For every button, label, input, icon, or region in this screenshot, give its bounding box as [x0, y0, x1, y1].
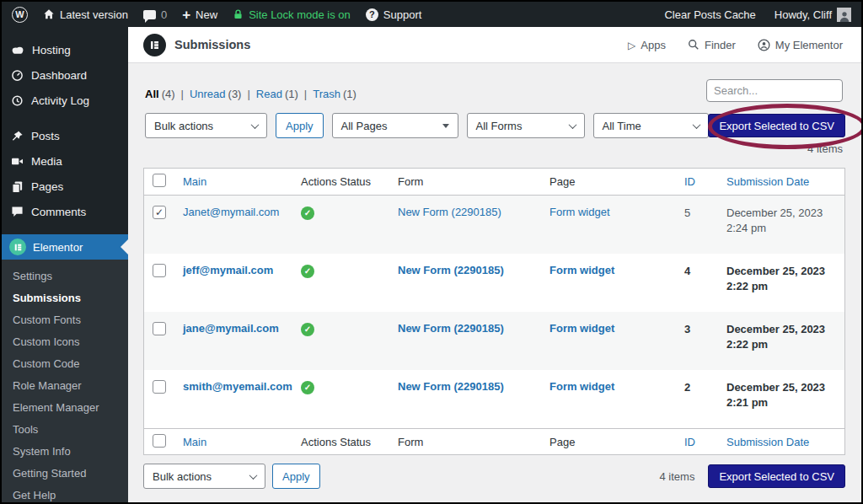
apps-link[interactable]: Apps [628, 39, 666, 51]
cloud-icon [11, 45, 24, 55]
submenu-item-role-manager[interactable]: Role Manager [2, 375, 128, 397]
forms-filter-select[interactable]: All Forms [467, 113, 585, 138]
page-link[interactable]: Form widget [549, 380, 614, 393]
search-input[interactable] [706, 79, 843, 102]
form-link[interactable]: New Form (2290185) [398, 380, 504, 393]
submission-email-link[interactable]: Janet@mymail.com [183, 206, 279, 218]
support-link[interactable]: Support [366, 8, 422, 21]
comments-shortcut[interactable]: 0 [143, 8, 167, 21]
submenu-item-system-info[interactable]: System Info [2, 441, 128, 463]
wordpress-logo-icon [12, 7, 28, 23]
column-footer-date[interactable]: Submission Date [718, 436, 844, 448]
table-header-row: Main Actions Status Form Page ID Submiss… [144, 169, 844, 196]
my-elementor-link[interactable]: My Elementor [758, 39, 843, 51]
column-header-date[interactable]: Submission Date [718, 175, 844, 188]
triangle-down-icon [442, 124, 449, 128]
bottom-toolbar: Bulk actions Apply 4 items Export Select… [143, 464, 845, 489]
pages-filter-select[interactable]: All Pages [332, 113, 458, 138]
view-unread[interactable]: Unread(3) [190, 88, 242, 100]
submenu-item-custom-icons[interactable]: Custom Icons [2, 331, 128, 353]
submenu-item-custom-fonts[interactable]: Custom Fonts [2, 309, 128, 331]
select-all-checkbox[interactable] [153, 434, 166, 448]
submenu-item-tools[interactable]: Tools [2, 419, 128, 441]
page-link[interactable]: Form widget [549, 264, 614, 276]
export-csv-button[interactable]: Export Selected to CSV [708, 114, 845, 137]
sidebar-item-media[interactable]: Media [2, 148, 128, 174]
clear-posts-cache-button[interactable]: Clear Posts Cache [664, 8, 755, 21]
page-link[interactable]: Form widget [549, 206, 610, 218]
view-read[interactable]: Read(1) [256, 88, 298, 100]
sidebar-item-hosting[interactable]: Hosting [2, 37, 128, 62]
status-success-icon [301, 381, 314, 394]
my-elementor-label: My Elementor [775, 39, 843, 51]
column-header-page: Page [541, 175, 676, 188]
sidebar-item-comments[interactable]: Comments [2, 199, 128, 224]
bulk-actions-select[interactable]: Bulk actions [145, 113, 267, 138]
submenu-item-submissions[interactable]: Submissions [2, 287, 128, 309]
form-link[interactable]: New Form (2290185) [398, 264, 504, 276]
export-csv-button-bottom[interactable]: Export Selected to CSV [708, 464, 845, 488]
submission-email-link[interactable]: smith@myemail.com [183, 380, 292, 393]
sidebar-item-dashboard[interactable]: Dashboard [2, 62, 128, 88]
comments-count: 0 [161, 8, 167, 21]
column-header-actions-status: Actions Status [292, 175, 389, 188]
finder-link[interactable]: Finder [688, 39, 736, 51]
admin-bar-left: Latest version 0 New Site Lock mode is o… [12, 7, 421, 23]
table-row: jane@mymail.com New Form (2290185) Form … [144, 312, 844, 370]
row-checkbox[interactable] [153, 264, 166, 277]
wordpress-menu[interactable] [12, 7, 28, 23]
sidebar-item-posts[interactable]: Posts [2, 123, 128, 148]
finder-label: Finder [705, 39, 736, 51]
account-menu[interactable]: Howdy, Cliff [775, 8, 851, 22]
column-header-id[interactable]: ID [676, 175, 718, 188]
bulk-actions-select-bottom[interactable]: Bulk actions [143, 464, 265, 489]
apps-label: Apps [641, 39, 666, 51]
lock-icon [233, 8, 244, 20]
apply-button-bottom[interactable]: Apply [272, 464, 320, 489]
new-content-menu[interactable]: New [182, 8, 217, 22]
site-lock-label: Site Lock mode is on [249, 8, 351, 21]
site-lock-status[interactable]: Site Lock mode is on [233, 8, 351, 21]
submenu-item-settings[interactable]: Settings [2, 265, 128, 287]
submenu-item-getting-started[interactable]: Getting Started [2, 463, 128, 485]
sidebar-item-elementor[interactable]: Elementor [2, 234, 128, 260]
page-header: Submissions Apps Finder My Elementor [128, 27, 861, 63]
site-link[interactable]: Latest version [43, 8, 128, 21]
apply-button[interactable]: Apply [276, 113, 324, 138]
time-filter-select[interactable]: All Time [593, 113, 709, 138]
column-footer-form: Form [389, 436, 541, 448]
submenu-item-element-manager[interactable]: Element Manager [2, 397, 128, 419]
row-checkbox[interactable] [153, 380, 166, 394]
row-checkbox[interactable] [153, 322, 166, 335]
list-views: All(4) | Unread(3) | Read(1) | Trash(1) [145, 88, 356, 100]
media-icon [11, 156, 24, 167]
submenu-item-custom-code[interactable]: Custom Code [2, 353, 128, 375]
form-link[interactable]: New Form (2290185) [398, 206, 501, 218]
submission-id: 2 [676, 380, 718, 395]
submission-email-link[interactable]: jeff@mymail.com [183, 264, 273, 276]
question-icon [366, 8, 378, 21]
form-link[interactable]: New Form (2290185) [398, 322, 504, 335]
view-trash[interactable]: Trash(1) [313, 88, 356, 100]
page-link[interactable]: Form widget [549, 322, 614, 335]
chevron-down-icon [568, 121, 576, 129]
page-title: Submissions [174, 38, 250, 51]
column-footer-actions-status: Actions Status [292, 436, 389, 448]
select-all-checkbox[interactable] [153, 174, 166, 187]
column-footer-id[interactable]: ID [676, 436, 718, 448]
row-checkbox[interactable] [153, 206, 166, 219]
submission-email-link[interactable]: jane@mymail.com [183, 322, 279, 335]
submission-date: December 25, 20232:22 pm [718, 264, 844, 293]
view-all[interactable]: All(4) [145, 88, 175, 100]
elementor-logo-icon [143, 34, 166, 56]
column-header-main[interactable]: Main [174, 175, 292, 188]
site-name: Latest version [60, 8, 128, 21]
sidebar-item-pages[interactable]: Pages [2, 174, 128, 199]
table-footer-row: Main Actions Status Form Page ID Submiss… [144, 428, 844, 454]
items-count: 4 items [807, 142, 843, 155]
gauge-icon [11, 69, 24, 82]
submenu-item-get-help[interactable]: Get Help [2, 485, 128, 504]
pin-icon [11, 130, 24, 142]
sidebar-item-activity-log[interactable]: Activity Log [2, 88, 128, 113]
column-footer-main[interactable]: Main [174, 436, 292, 448]
